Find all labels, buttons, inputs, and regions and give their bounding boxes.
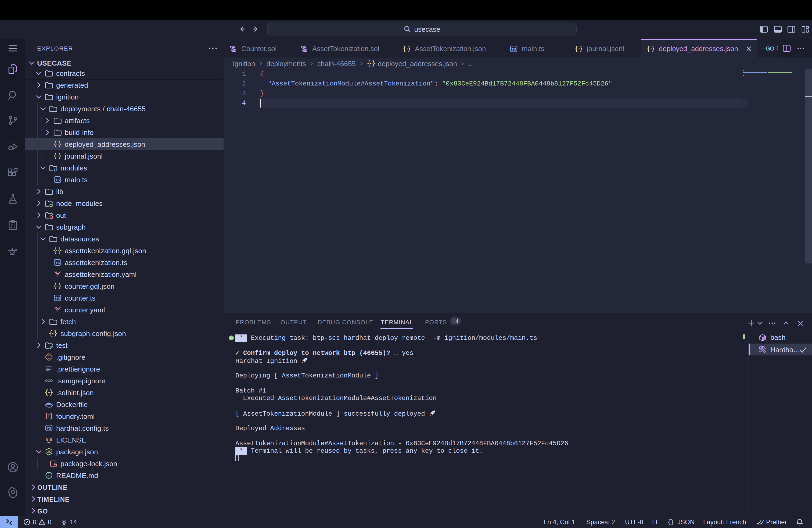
svg-text:TS: TS xyxy=(512,47,516,51)
svg-text:TS: TS xyxy=(55,296,60,300)
svg-text:JS: JS xyxy=(46,450,50,454)
svg-text:TS: TS xyxy=(46,426,51,430)
svg-text:TS: TS xyxy=(55,261,60,265)
svg-text:TS: TS xyxy=(55,178,60,182)
